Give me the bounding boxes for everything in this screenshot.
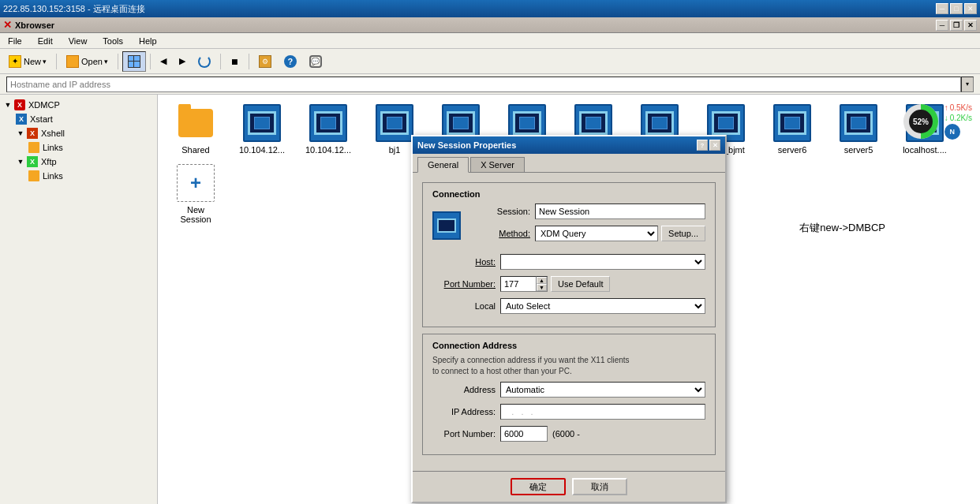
sidebar-item-xdmcp[interactable]: ▼ X XDMCP (0, 98, 157, 112)
sidebar-item-xshell[interactable]: ▼ X Xshell (0, 126, 157, 140)
menu-help[interactable]: Help (134, 35, 162, 47)
new-session-label: NewSession (180, 205, 211, 224)
port-down-button[interactable]: ▼ (537, 284, 547, 291)
session-server6[interactable]: server6 (761, 101, 824, 158)
new-dropdown-arrow[interactable]: ▾ (43, 58, 47, 65)
app-icon: ✕ (3, 19, 12, 31)
chat-icon: 💬 (309, 55, 322, 68)
xshell-expander[interactable]: ▼ (16, 129, 25, 138)
help-button[interactable]: ? (279, 51, 302, 72)
session-shared[interactable]: Shared (164, 101, 227, 158)
port-input[interactable] (500, 276, 537, 292)
menu-file[interactable]: File (3, 35, 27, 47)
session-icon-preview (432, 211, 461, 240)
addr-port-label: Port Number: (432, 429, 496, 439)
shared-label: Shared (181, 145, 209, 155)
xftp-expander[interactable]: ▼ (16, 157, 25, 166)
title-bar-buttons: ─ □ ✕ (936, 3, 977, 14)
app-restore-button[interactable]: ❐ (950, 20, 963, 31)
stop-button[interactable]: ⏹ (225, 51, 245, 72)
new-session-dialog: New Session Properties ? ✕ General X Ser… (411, 135, 727, 503)
minimize-button[interactable]: ─ (936, 3, 948, 14)
session-s2[interactable]: 10.104.12... (297, 101, 360, 158)
toolbar-sep2 (118, 54, 118, 69)
grid-icon (128, 55, 140, 68)
port-up-button[interactable]: ▲ (537, 277, 547, 284)
method-select[interactable]: XDM Query Broadcast One Window Multiple … (535, 226, 658, 241)
localhost-label: localhost.... (903, 145, 947, 155)
upload-speed: ↑ 0.5K/s (944, 103, 972, 112)
open-dropdown-arrow[interactable]: ▾ (104, 58, 108, 65)
sidebar-item-xstart[interactable]: X Xstart (0, 112, 157, 126)
menu-view[interactable]: View (64, 35, 92, 47)
new-button[interactable]: ✦ New ▾ (3, 51, 52, 72)
back-button[interactable]: ◀ (155, 51, 172, 72)
method-label: Method: (467, 229, 530, 238)
tab-general[interactable]: General (417, 157, 469, 173)
dialog-close-btn[interactable]: ✕ (709, 140, 720, 151)
shared-icon (177, 104, 215, 142)
download-speed: ↓ 0.2K/s (944, 114, 972, 122)
app-close-button[interactable]: ✕ (964, 20, 977, 31)
speed-values: ↑ 0.5K/s ↓ 0.2K/s N (944, 103, 972, 140)
ok-button[interactable]: 确定 (511, 478, 566, 495)
help-icon: ? (284, 55, 297, 68)
props-icon: ⚙ (259, 55, 271, 68)
bj1-label: bj1 (389, 145, 401, 155)
address-dropdown-arrow[interactable]: ▾ (961, 77, 974, 92)
sidebar-item-xftp[interactable]: ▼ X Xftp (0, 155, 157, 169)
session-preview-inner (437, 218, 456, 233)
cancel-button[interactable]: 取消 (572, 478, 627, 495)
xdmcp-expander[interactable]: ▼ (3, 100, 13, 110)
toolbar-sep5 (249, 54, 249, 69)
local-select[interactable]: Auto Select Manual (500, 298, 705, 314)
port-field: Port Number: ▲ ▼ Use (432, 276, 705, 292)
toolbar-sep4 (220, 54, 221, 69)
sidebar-item-xftp-links[interactable]: Links (0, 169, 157, 183)
menu-tools[interactable]: Tools (98, 35, 128, 47)
tab-xserver[interactable]: X Server (470, 157, 525, 172)
chat-button[interactable]: 💬 (304, 51, 327, 72)
addr-port-input[interactable] (500, 426, 548, 442)
session-server5[interactable]: server5 (827, 101, 890, 158)
server5-icon (840, 104, 877, 142)
title-text: 222.85.130.152:3158 - 远程桌面连接 (3, 3, 145, 15)
s2-icon (309, 104, 347, 142)
sidebar-item-xshell-label: Xshell (41, 129, 65, 138)
port-input-group: ▲ ▼ (500, 276, 548, 292)
menu-edit[interactable]: Edit (33, 35, 58, 47)
address-label: Address (432, 385, 496, 394)
port-spinner-group: ▲ ▼ Use Default (500, 276, 705, 292)
address-select[interactable]: Automatic Manual (500, 382, 705, 398)
open-button[interactable]: Open ▾ (61, 51, 114, 72)
sidebar-item-xstart-label: Xstart (30, 114, 53, 124)
address-input[interactable] (6, 77, 961, 92)
maximize-button[interactable]: □ (950, 3, 963, 14)
session-input[interactable] (535, 203, 705, 219)
session-field: Session: (467, 203, 705, 219)
open-label: Open (81, 57, 103, 66)
use-default-button[interactable]: Use Default (551, 276, 610, 292)
setup-button[interactable]: Setup... (661, 226, 705, 241)
sidebar-item-xshell-links[interactable]: Links (0, 140, 157, 155)
new-session-plus: + (190, 172, 201, 194)
session-row: Session: Method: XDM Query Br (432, 203, 705, 248)
dialog-help-btn[interactable]: ? (697, 140, 708, 151)
app-minimize-button[interactable]: ─ (936, 20, 948, 31)
speed-circle: 52% (900, 101, 941, 142)
session-s1[interactable]: 10.104.12... (230, 101, 294, 158)
network-indicator: 52% ↑ 0.5K/s ↓ 0.2K/s N (900, 101, 972, 142)
sidebar: ▼ X XDMCP X Xstart ▼ X Xshell Links (0, 95, 158, 504)
xshell-icon: X (27, 128, 38, 139)
session-label: Session: (467, 207, 530, 216)
host-select[interactable] (500, 254, 705, 270)
forward-button[interactable]: ▶ (174, 51, 191, 72)
properties-button[interactable]: ⚙ (253, 51, 277, 72)
sidebar-item-xftp-label: Xftp (41, 157, 57, 166)
ip-input[interactable] (500, 404, 705, 420)
session-new[interactable]: + NewSession (164, 161, 227, 227)
dialog-footer: 确定 取消 (413, 471, 725, 502)
grid-view-button[interactable] (122, 51, 146, 72)
refresh-button[interactable] (193, 51, 216, 72)
close-button[interactable]: ✕ (964, 3, 977, 14)
